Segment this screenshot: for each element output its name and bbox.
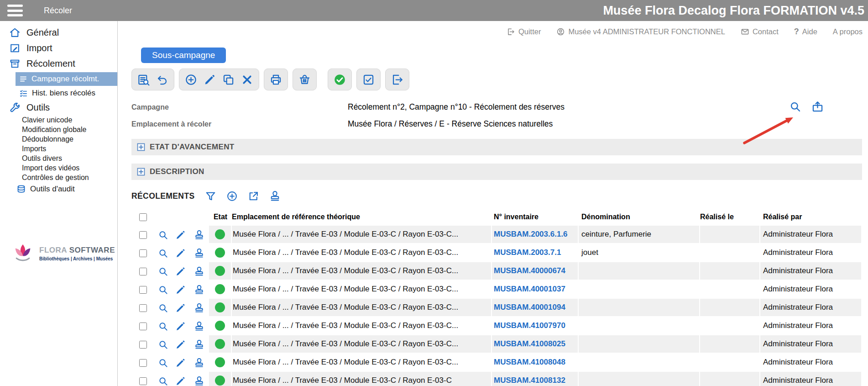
view-icon[interactable] xyxy=(154,226,172,244)
search-icon[interactable] xyxy=(789,100,801,113)
inventaire-link[interactable]: MUSBAM.40000674 xyxy=(492,266,565,275)
sidebar-item-modification-globale[interactable]: Modification globale xyxy=(0,125,117,134)
external-link-icon[interactable] xyxy=(248,190,259,202)
sidebar-item-controles-de-gestion[interactable]: Contrôles de gestion xyxy=(0,173,117,182)
table-row[interactable]: Musée Flora / ... / Travée E-03 / Module… xyxy=(131,226,862,244)
section-etat-avancement[interactable]: ETAT D'AVANCEMENT xyxy=(131,139,862,155)
toolbar-export-button[interactable] xyxy=(388,70,407,89)
row-checkbox[interactable] xyxy=(139,304,147,312)
table-row[interactable]: Musée Flora / ... / Travée E-03 / Module… xyxy=(131,262,862,280)
sidebar-item-import-des-videos[interactable]: Import des vidéos xyxy=(0,163,117,173)
toolbar-search-form-button[interactable] xyxy=(134,70,153,89)
section-description[interactable]: DESCRIPTION xyxy=(131,164,862,180)
sidebar-item-outils[interactable]: Outils xyxy=(0,100,117,115)
inventaire-link[interactable]: MUSBAM.40001037 xyxy=(492,285,565,294)
toolbar-basket-button[interactable] xyxy=(295,70,314,89)
view-icon[interactable] xyxy=(154,280,172,299)
sidebar-item-outils-audit[interactable]: Outils d'audit xyxy=(0,182,117,196)
filter-icon[interactable] xyxy=(205,190,216,202)
stamp-icon[interactable] xyxy=(189,372,209,386)
stamp-icon[interactable] xyxy=(189,226,209,244)
view-icon[interactable] xyxy=(154,317,172,335)
table-row[interactable]: Musée Flora / ... / Travée E-03 / Module… xyxy=(131,372,862,386)
toolbar-add-button[interactable] xyxy=(182,70,200,89)
stamp-icon[interactable] xyxy=(189,262,209,280)
help-link[interactable]: ? Aide xyxy=(794,27,817,37)
edit-icon[interactable] xyxy=(172,335,189,354)
toolbar-undo-button[interactable] xyxy=(153,70,172,89)
table-row[interactable]: Musée Flora / ... / Travée E-03 / Module… xyxy=(131,354,862,372)
inventaire-link[interactable]: MUSBAM.41007970 xyxy=(492,321,565,330)
toolbar-edit-button[interactable] xyxy=(200,70,219,89)
stamp-icon[interactable] xyxy=(189,354,209,372)
row-checkbox[interactable] xyxy=(139,341,147,349)
inventaire-link[interactable]: MUSBAM.41008132 xyxy=(492,376,565,385)
row-checkbox[interactable] xyxy=(139,268,147,275)
row-checkbox[interactable] xyxy=(139,359,147,367)
select-all-checkbox[interactable] xyxy=(139,213,147,221)
view-icon[interactable] xyxy=(154,262,172,280)
stamp-icon[interactable] xyxy=(189,317,209,335)
edit-icon[interactable] xyxy=(172,226,189,244)
status-dot-green xyxy=(215,266,225,276)
row-checkbox[interactable] xyxy=(139,231,147,239)
toolbar-checkbox-button[interactable] xyxy=(359,70,378,89)
denomination-cell xyxy=(579,372,700,386)
toolbar-copy-button[interactable] xyxy=(219,70,238,89)
row-checkbox[interactable] xyxy=(139,249,147,257)
stamp-icon[interactable] xyxy=(189,244,209,262)
table-row[interactable]: Musée Flora / ... / Travée E-03 / Module… xyxy=(131,280,862,299)
inventaire-link[interactable]: MUSBAM.2003.6.1.6 xyxy=(492,230,568,239)
expand-plus-icon[interactable] xyxy=(137,168,145,176)
stamp-icon[interactable] xyxy=(269,190,281,202)
tab-sous-campagne[interactable]: Sous-campagne xyxy=(141,48,226,63)
edit-icon[interactable] xyxy=(172,299,189,317)
edit-icon[interactable] xyxy=(172,354,189,372)
view-icon[interactable] xyxy=(154,335,172,354)
quit-link[interactable]: Quitter xyxy=(507,27,541,36)
edit-icon[interactable] xyxy=(172,372,189,386)
stamp-icon[interactable] xyxy=(189,280,209,299)
row-checkbox[interactable] xyxy=(139,377,147,385)
table-row[interactable]: Musée Flora / ... / Travée E-03 / Module… xyxy=(131,244,862,262)
open-window-icon[interactable] xyxy=(811,100,824,113)
row-checkbox[interactable] xyxy=(139,286,147,294)
inventaire-link[interactable]: MUSBAM.2003.7.1 xyxy=(492,248,561,257)
view-icon[interactable] xyxy=(154,354,172,372)
sidebar-item-recolement[interactable]: Récolement xyxy=(0,56,117,71)
edit-icon[interactable] xyxy=(172,280,189,299)
toolbar-delete-button[interactable] xyxy=(238,70,256,89)
toolbar-validate-button[interactable] xyxy=(330,70,349,89)
edit-icon[interactable] xyxy=(172,262,189,280)
sidebar-item-campagne-recolmt[interactable]: Campagne récolmt. xyxy=(16,72,117,86)
sidebar-item-import[interactable]: Import xyxy=(0,40,117,56)
contact-link[interactable]: Contact xyxy=(741,27,779,36)
sidebar-item-hist-biens-recoles[interactable]: Hist. biens récolés xyxy=(0,87,117,100)
view-icon[interactable] xyxy=(154,299,172,317)
edit-icon[interactable] xyxy=(172,244,189,262)
edit-icon[interactable] xyxy=(172,317,189,335)
menu-icon[interactable] xyxy=(7,5,23,16)
sidebar-item-general[interactable]: Général xyxy=(0,25,117,40)
user-menu[interactable]: Musée v4 ADMINISTRATEUR FONCTIONNEL xyxy=(556,27,725,36)
view-icon[interactable] xyxy=(154,244,172,262)
inventaire-link[interactable]: MUSBAM.41008048 xyxy=(492,358,565,367)
table-row[interactable]: Musée Flora / ... / Travée E-03 / Module… xyxy=(131,335,862,354)
row-checkbox[interactable] xyxy=(139,323,147,330)
sidebar-item-clavier-unicode[interactable]: Clavier unicode xyxy=(0,115,117,125)
add-icon[interactable] xyxy=(226,190,238,202)
sidebar-item-outils-divers[interactable]: Outils divers xyxy=(0,153,117,163)
expand-plus-icon[interactable] xyxy=(137,143,145,151)
inventaire-link[interactable]: MUSBAM.40001094 xyxy=(492,303,565,312)
toolbar-print-button[interactable] xyxy=(267,70,285,89)
stamp-icon[interactable] xyxy=(189,335,209,354)
about-link[interactable]: A propos xyxy=(833,27,863,36)
stamp-icon[interactable] xyxy=(189,299,209,317)
inventaire-link[interactable]: MUSBAM.41008025 xyxy=(492,339,565,349)
etat-cell xyxy=(209,262,232,280)
view-icon[interactable] xyxy=(154,372,172,386)
table-row[interactable]: Musée Flora / ... / Travée E-03 / Module… xyxy=(131,299,862,317)
sidebar-item-dedoublonnage[interactable]: Dédoublonnage xyxy=(0,134,117,144)
table-row[interactable]: Musée Flora / ... / Travée E-03 / Module… xyxy=(131,317,862,335)
sidebar-item-imports[interactable]: Imports xyxy=(0,144,117,153)
